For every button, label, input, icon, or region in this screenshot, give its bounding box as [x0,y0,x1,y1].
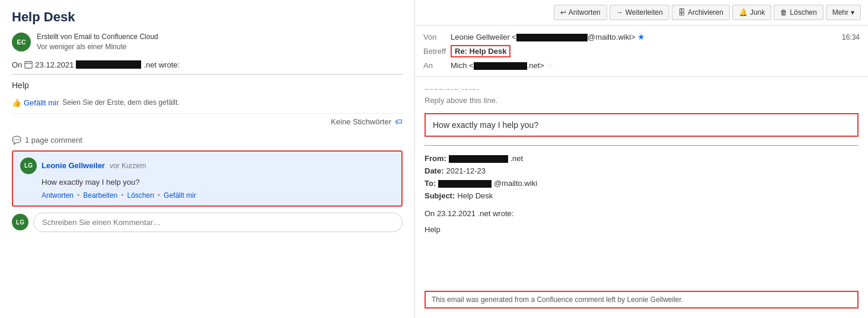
quoted-to-redacted [438,180,492,188]
right-panel: ↩ Antworten → Weiterleiten 🗄 Archivieren… [415,0,868,318]
left-panel: Help Desk EC Erstellt von Email to Confl… [0,0,415,318]
thumbs-up-icon: 👍 [12,98,21,107]
reply-label: Antworten [569,8,601,17]
comment-content: How exactly may I help you? [42,178,394,187]
to-name: Mich [451,61,467,70]
subject-label: Betreff [423,47,447,56]
on-text: On [12,60,22,69]
forward-button[interactable]: → Weiterleiten [609,5,669,20]
body-help: Help [12,81,403,90]
reactions-row: 👍 Gefällt mir Seien Sie der Erste, dem d… [12,98,403,107]
comment-avatar: LG [20,158,37,174]
quoted-subject-label: Subject: [425,190,455,203]
archive-icon: 🗄 [678,8,685,17]
like-button[interactable]: 👍 Gefällt mir [12,98,59,107]
creator-time: Vor weniger als einer Minute [37,42,158,52]
forward-label: Weiterleiten [626,8,663,17]
more-button[interactable]: Mehr ▾ [826,5,861,20]
to-suffix: .net> [527,61,544,70]
creator-info: Erstellt von Email to Confluence Cloud V… [37,32,158,52]
archive-label: Archivieren [688,8,723,17]
quoted-subject-val: Help Desk [457,190,493,203]
action-delete[interactable]: Löschen [127,191,154,200]
body-divider [425,145,859,146]
quoted-from-label: From: [425,153,446,165]
reply-above: Reply above this line. [425,96,859,105]
delete-label: Löschen [790,8,816,17]
star-icon[interactable]: ★ [637,32,645,41]
on-suffix: .net wrote: [478,209,514,218]
quoted-date-val: 2021-12-23 [446,165,486,178]
wrote-date: 23.12.2021 [35,60,74,69]
quoted-from-net: .net [510,154,523,163]
delete-icon: 🗑 [780,8,787,17]
archive-button[interactable]: 🗄 Archivieren [672,5,730,20]
comment-author-row: LG Leonie Gellweiler vor Kurzem [20,158,394,174]
to-row: An Mich <.net> ☆ [423,59,860,72]
to-label: An [423,61,447,70]
separator-line: ~~~~-~-~.-~-~- [425,85,859,94]
quoted-from-val: .net [449,153,523,165]
creator-by: Erstellt von Email to Confluence Cloud [37,32,158,42]
like-description: Seien Sie der Erste, dem dies gefällt. [62,98,179,107]
quoted-date-label: Date: [425,165,444,178]
email-timestamp: 16:34 [842,33,860,41]
quoted-date: Date: 2021-12-23 [425,165,859,178]
calendar-icon [24,60,33,69]
action-edit[interactable]: Bearbeiten [83,191,117,200]
email-body: ~~~~-~-~.-~-~- Reply above this line. Ho… [415,77,868,284]
keywords-label: Keine Stichwörter [331,117,391,126]
new-comment-row: LG [12,213,403,232]
from-suffix: @mailto.wiki> [588,33,636,41]
junk-label: Junk [750,8,765,17]
comment-actions: Antworten • Bearbeiten • Löschen • Gefäl… [42,191,394,200]
reply-icon: ↩ [560,8,566,17]
quoted-from: From: .net [425,153,859,165]
divider [12,74,403,75]
quoted-to-suffix: @mailto.wiki [494,179,537,188]
on-prefix: On 23.12.2021 [425,209,476,218]
email-header: Von Leonie Gellweiler <@mailto.wiki> ★ 1… [415,25,868,77]
to-value: Mich <.net> ☆ [451,61,860,70]
avatar: EC [12,33,31,52]
quoted-on-wrote: On 23.12.2021 .net wrote: [425,208,859,220]
main-reply-box: How exactly may I help you? [425,113,859,137]
quoted-subject: Subject: Help Desk [425,190,859,203]
comment-time: vor Kurzem [110,162,146,170]
junk-icon: 🔔 [739,8,748,17]
reply-button[interactable]: ↩ Antworten [554,5,607,20]
new-comment-input[interactable] [33,213,403,232]
footer-note: This email was generated from a Confluen… [425,291,859,309]
wrote-line: On 23.12.2021 .net wrote: [12,60,403,69]
creator-row: EC Erstellt von Email to Confluence Clou… [12,32,403,52]
comments-section: 💬 1 page comment LG Leonie Gellweiler vo… [12,136,403,232]
from-redacted [516,34,588,41]
wrote-suffix: .net wrote: [143,60,180,69]
quoted-body-text: Help [425,224,859,236]
subject-box: Re: Help Desk [451,45,510,57]
page-title: Help Desk [12,9,403,25]
tag-icon: 🏷 [395,117,403,126]
junk-button[interactable]: 🔔 Junk [732,5,771,20]
delete-button[interactable]: 🗑 Löschen [774,5,823,20]
redacted-email [76,60,141,69]
to-star-icon: ☆ [547,61,554,70]
main-message: How exactly may I help you? [433,120,538,130]
from-row: Von Leonie Gellweiler <@mailto.wiki> ★ 1… [423,30,860,43]
quoted-to-val: @mailto.wiki [438,178,537,190]
forward-icon: → [616,8,623,17]
more-label: Mehr [832,8,848,17]
subject-row: Betreff Re: Help Desk [423,43,860,59]
new-comment-avatar: LG [12,214,28,230]
action-reply[interactable]: Antworten [42,191,74,200]
quoted-to: To: @mailto.wiki [425,178,859,190]
chevron-down-icon: ▾ [851,8,854,17]
from-label: Von [423,33,447,41]
comment-bubble-icon: 💬 [12,136,21,144]
quoted-block: From: .net Date: 2021-12-23 To: @mailto.… [425,153,859,236]
from-value: Leonie Gellweiler <@mailto.wiki> ★ [451,32,838,41]
to-redacted [474,62,527,70]
email-toolbar: ↩ Antworten → Weiterleiten 🗄 Archivieren… [415,0,868,25]
comment-author-name: Leonie Gellweiler [42,161,105,170]
action-like[interactable]: Gefällt mir [164,191,196,200]
